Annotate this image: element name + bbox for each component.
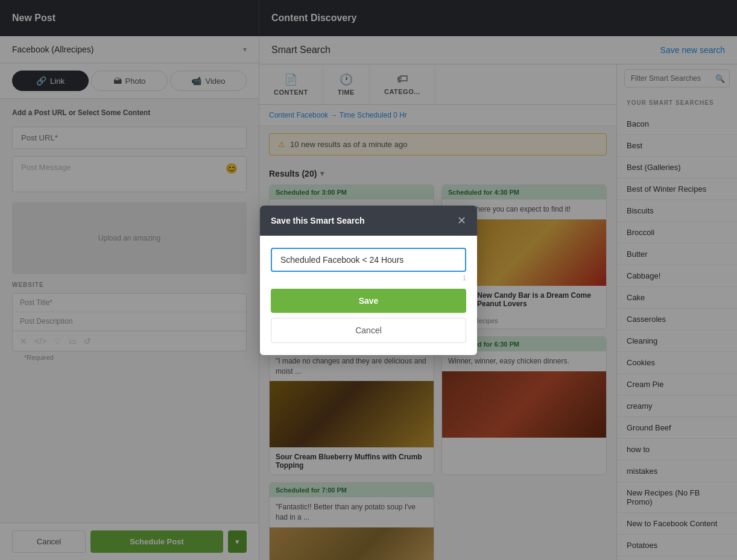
modal-save-button[interactable]: Save <box>271 289 466 313</box>
modal-char-count: 1 <box>271 274 466 282</box>
modal-overlay: Save this Smart Search ✕ 1 Save Cancel <box>0 0 737 560</box>
modal-search-name-input[interactable] <box>271 248 466 272</box>
modal-header: Save this Smart Search ✕ <box>260 206 477 236</box>
modal-cancel-button[interactable]: Cancel <box>271 318 466 343</box>
modal-close-button[interactable]: ✕ <box>457 214 466 227</box>
modal-title: Save this Smart Search <box>271 216 365 225</box>
save-search-modal: Save this Smart Search ✕ 1 Save Cancel <box>260 206 477 355</box>
modal-body: 1 Save Cancel <box>260 236 477 355</box>
